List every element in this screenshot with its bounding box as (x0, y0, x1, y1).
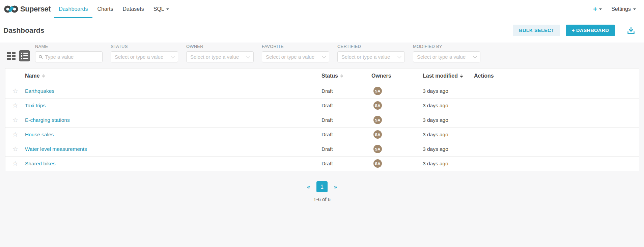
filter-label: OWNER (186, 44, 254, 49)
nav-tab-label: Datasets (123, 6, 144, 12)
actions-cell (474, 142, 639, 156)
owner-filter-select[interactable]: Select or type a value (186, 51, 254, 62)
last-modified-value: 3 days ago (423, 132, 448, 137)
column-label: Last modified (423, 73, 458, 79)
column-label: Name (25, 73, 40, 79)
plus-icon: + (593, 5, 597, 12)
nav-tab-label: Charts (97, 6, 113, 12)
table-row: ☆ Earthquakes Draft SA 3 days ago (5, 84, 639, 98)
top-navbar: Superset Dashboards Charts Datasets SQL … (0, 0, 644, 18)
filter-label: MODIFIED BY (413, 44, 480, 49)
actions-cell (474, 113, 639, 127)
filter-favorite: FAVORITE Select or type a value (262, 44, 329, 62)
last-modified-value: 3 days ago (423, 161, 448, 166)
owner-avatar[interactable]: SA (373, 101, 382, 110)
table-row: ☆ House sales Draft SA 3 days ago (5, 127, 639, 142)
favorite-star-icon[interactable]: ☆ (12, 145, 18, 153)
favorite-filter-select[interactable]: Select or type a value (262, 51, 329, 62)
caret-down-icon (633, 8, 636, 10)
header-favorite-column (5, 68, 25, 84)
filter-label: STATUS (111, 44, 178, 49)
favorite-star-icon[interactable]: ☆ (12, 116, 18, 124)
nav-tab-dashboards[interactable]: Dashboards (54, 0, 92, 18)
filter-name: NAME (35, 44, 103, 62)
last-modified-value: 3 days ago (423, 146, 448, 152)
status-value: Draft (321, 161, 333, 166)
favorite-star-icon[interactable]: ☆ (12, 87, 18, 94)
status-value: Draft (321, 146, 333, 152)
owner-avatar[interactable]: SA (373, 130, 382, 139)
settings-menu-button[interactable]: Settings (611, 6, 636, 12)
dashboard-link[interactable]: Shared bikes (25, 161, 55, 166)
pagination-prev-button[interactable]: « (307, 183, 310, 190)
list-view-icon[interactable] (19, 50, 30, 61)
table-row: ☆ Water level measurements Draft SA 3 da… (5, 142, 639, 156)
nav-tab-label: SQL (153, 6, 164, 12)
filter-label: FAVORITE (262, 44, 329, 49)
filter-status: STATUS Select or type a value (111, 44, 178, 62)
select-placeholder: Select or type a value (266, 54, 314, 60)
header-name[interactable]: Name (25, 68, 321, 84)
settings-label: Settings (611, 6, 631, 12)
status-value: Draft (321, 88, 333, 94)
page-header: Dashboards BULK SELECT + DASHBOARD (0, 18, 644, 43)
modified-by-filter-select[interactable]: Select or type a value (413, 51, 480, 62)
owner-avatar[interactable]: SA (373, 145, 382, 153)
last-modified-value: 3 days ago (423, 117, 448, 123)
header-last-modified[interactable]: Last modified (423, 68, 474, 84)
search-icon (38, 54, 43, 59)
name-search-box (35, 51, 103, 62)
status-filter-select[interactable]: Select or type a value (111, 51, 178, 62)
pagination-next-button[interactable]: » (334, 183, 337, 190)
bulk-select-button[interactable]: BULK SELECT (513, 25, 560, 36)
infinity-logo-icon (4, 4, 18, 14)
chevron-down-icon (246, 54, 250, 58)
nav-tab-charts[interactable]: Charts (92, 0, 118, 18)
owner-avatar[interactable]: SA (373, 116, 382, 124)
new-item-menu-button[interactable]: + (593, 5, 602, 12)
dashboard-link[interactable]: House sales (25, 132, 54, 137)
nav-tab-label: Dashboards (59, 6, 88, 12)
actions-cell (474, 84, 639, 98)
filter-certified: CERTIFIED Select or type a value (337, 44, 405, 62)
import-dashboards-button[interactable] (626, 26, 636, 35)
nav-tab-sql[interactable]: SQL (149, 0, 174, 18)
table-row: ☆ Shared bikes Draft SA 3 days ago (5, 156, 639, 171)
favorite-star-icon[interactable]: ☆ (12, 102, 18, 109)
certified-filter-select[interactable]: Select or type a value (337, 51, 405, 62)
name-filter-input[interactable] (45, 54, 99, 60)
new-dashboard-button[interactable]: + DASHBOARD (566, 25, 615, 36)
page-title: Dashboards (3, 26, 44, 34)
pagination: « 1 » (0, 181, 644, 192)
dashboards-page: Superset Dashboards Charts Datasets SQL … (0, 0, 644, 247)
dashboards-table-card: Name Status Owners (5, 68, 639, 171)
status-value: Draft (321, 103, 333, 108)
caret-down-icon (599, 8, 602, 10)
dashboard-link[interactable]: E-charging stations (25, 117, 70, 123)
view-mode-toggle (7, 50, 30, 62)
chevron-down-icon (322, 54, 326, 58)
pagination-page-1[interactable]: 1 (316, 181, 328, 192)
column-label: Owners (371, 73, 391, 79)
sort-icon (42, 74, 45, 78)
nav-tab-datasets[interactable]: Datasets (118, 0, 149, 18)
filter-label: NAME (35, 44, 103, 49)
dashboard-link[interactable]: Taxi trips (25, 103, 46, 108)
column-label: Actions (474, 73, 494, 79)
table-row: ☆ E-charging stations Draft SA 3 days ag… (5, 113, 639, 127)
dashboard-link[interactable]: Water level measurements (25, 146, 87, 152)
superset-logo[interactable]: Superset (0, 0, 51, 18)
owner-avatar[interactable]: SA (373, 87, 382, 95)
header-owners: Owners (371, 68, 423, 84)
card-view-icon[interactable] (7, 52, 16, 60)
filter-modified-by: MODIFIED BY Select or type a value (413, 44, 480, 62)
header-status[interactable]: Status (321, 68, 371, 84)
caret-down-icon (166, 8, 169, 10)
download-icon (626, 26, 636, 35)
owner-avatar[interactable]: SA (373, 159, 382, 168)
chevron-down-icon (397, 54, 401, 58)
favorite-star-icon[interactable]: ☆ (12, 160, 18, 167)
filter-label: CERTIFIED (337, 44, 405, 49)
dashboard-link[interactable]: Earthquakes (25, 88, 54, 94)
favorite-star-icon[interactable]: ☆ (12, 131, 18, 138)
